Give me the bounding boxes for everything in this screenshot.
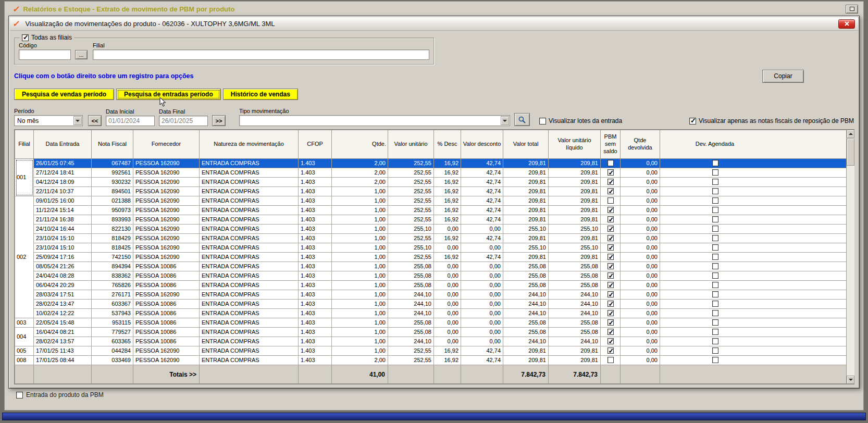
pbm-sem-saldo-checkbox[interactable]: [607, 160, 614, 166]
filial-input[interactable]: [93, 49, 429, 60]
codigo-input[interactable]: [19, 49, 71, 60]
pbm-sem-saldo-checkbox[interactable]: [607, 188, 614, 194]
pbm-sem-saldo-checkbox[interactable]: [607, 310, 614, 316]
dev-agendada-checkbox[interactable]: [712, 254, 718, 260]
col-header-filial[interactable]: Filial: [15, 130, 34, 159]
col-header-data-entrada[interactable]: Data Entrada: [34, 130, 92, 159]
dev-agendada-checkbox[interactable]: [712, 272, 718, 279]
grid-row[interactable]: 23/10/24 15:10818429PESSOA 162090ENTRADA…: [15, 234, 847, 243]
search-button[interactable]: [514, 113, 530, 126]
grid-row[interactable]: 23/10/24 15:10818425PESSOA 162090ENTRADA…: [15, 243, 847, 253]
pbm-sem-saldo-checkbox[interactable]: [607, 226, 614, 232]
dev-agendada-checkbox[interactable]: [712, 310, 718, 316]
dev-agendada-checkbox[interactable]: [712, 244, 718, 251]
dev-agendada-checkbox[interactable]: [712, 338, 718, 344]
dev-agendada-checkbox[interactable]: [712, 291, 718, 297]
grid-row[interactable]: 11/12/24 15:14950973PESSOA 162090ENTRADA…: [15, 206, 847, 215]
dev-agendada-checkbox[interactable]: [712, 188, 718, 194]
grid-row[interactable]: 00817/01/25 08:44033469PESSOA 162090ENTR…: [15, 356, 847, 365]
table-scrollbar[interactable]: [846, 130, 854, 384]
pbm-sem-saldo-checkbox[interactable]: [607, 207, 614, 213]
data-inicial-input[interactable]: [106, 116, 155, 126]
pbm-sem-saldo-checkbox[interactable]: [607, 216, 614, 222]
dev-agendada-checkbox[interactable]: [712, 226, 718, 232]
col-header-perc-desc[interactable]: % Desc: [434, 130, 461, 159]
dev-agendada-checkbox[interactable]: [712, 216, 718, 222]
pbm-sem-saldo-checkbox[interactable]: [607, 338, 614, 344]
grid-row[interactable]: 27/12/24 18:41992561PESSOA 162090ENTRADA…: [15, 168, 847, 178]
tab-historico-vendas[interactable]: Histórico de vendas: [223, 89, 298, 100]
pbm-sem-saldo-checkbox[interactable]: [607, 263, 614, 269]
grid-row[interactable]: 28/03/24 17:51276171PESSOA 162090ENTRADA…: [15, 290, 847, 300]
tab-pesquisa-entradas-periodo[interactable]: Pesquisa de entradas período: [116, 89, 221, 100]
pbm-sem-saldo-checkbox[interactable]: [607, 357, 614, 363]
dev-agendada-checkbox[interactable]: [712, 235, 718, 241]
dev-agendada-checkbox[interactable]: [712, 207, 718, 213]
dev-agendada-checkbox[interactable]: [712, 329, 718, 335]
pbm-sem-saldo-checkbox[interactable]: [607, 244, 614, 251]
grid-row[interactable]: 00517/01/25 11:43044284PESSOA 162090ENTR…: [15, 346, 847, 356]
grid-row[interactable]: 24/10/24 16:44822130PESSOA 162090ENTRADA…: [15, 225, 847, 234]
grid-row[interactable]: 24/04/24 08:28838362PESSOA 10086ENTRADA …: [15, 271, 847, 281]
grid-row[interactable]: 00209/01/25 16:00021388PESSOA 162090ENTR…: [15, 196, 847, 206]
scrollbar-thumb[interactable]: [847, 139, 854, 166]
entrada-produto-pbm-checkbox[interactable]: [16, 392, 23, 399]
col-header-valor-desconto[interactable]: Valor desconto: [461, 130, 503, 159]
col-header-pbm-sem-saldo[interactable]: PBM sem saldo: [601, 130, 621, 159]
col-header-cfop[interactable]: CFOP: [299, 130, 332, 159]
grid-row[interactable]: 00126/01/25 07:45067487PESSOA 162090ENTR…: [15, 159, 847, 168]
periodo-dropdown-button[interactable]: [73, 116, 82, 125]
all-branches-checkbox[interactable]: [22, 34, 29, 41]
next-period-button[interactable]: >>: [212, 115, 226, 126]
grid-row[interactable]: 08/05/24 21:26894394PESSOA 10086ENTRADA …: [15, 262, 847, 271]
grid-row[interactable]: 06/04/24 20:29765826PESSOA 10086ENTRADA …: [15, 281, 847, 290]
pbm-sem-saldo-checkbox[interactable]: [607, 169, 614, 176]
dev-agendada-checkbox[interactable]: [712, 301, 718, 307]
dev-agendada-checkbox[interactable]: [712, 357, 718, 363]
copiar-button[interactable]: Copiar: [762, 70, 804, 83]
dev-agendada-checkbox[interactable]: [712, 347, 718, 354]
scroll-down-button[interactable]: [847, 376, 854, 384]
grid-row[interactable]: 22/11/24 10:37894501PESSOA 162090ENTRADA…: [15, 187, 847, 196]
grid-row[interactable]: 28/02/24 13:57603365PESSOA 10086ENTRADA …: [15, 337, 847, 346]
pbm-sem-saldo-checkbox[interactable]: [607, 301, 614, 307]
pbm-sem-saldo-checkbox[interactable]: [607, 235, 614, 241]
dev-agendada-checkbox[interactable]: [712, 197, 718, 204]
pbm-sem-saldo-checkbox[interactable]: [607, 282, 614, 288]
grid-row[interactable]: 28/02/24 13:47603367PESSOA 10086ENTRADA …: [15, 300, 847, 309]
tipo-movimentacao-select[interactable]: [239, 115, 510, 126]
grid-row[interactable]: 25/09/24 17:16742150PESSOA 162090ENTRADA…: [15, 253, 847, 262]
col-header-nota-fiscal[interactable]: Nota Fiscal: [92, 130, 133, 159]
grid-row[interactable]: 21/11/24 16:38893993PESSOA 162090ENTRADA…: [15, 215, 847, 225]
data-final-input[interactable]: [159, 116, 208, 126]
col-header-qtde-devolvida[interactable]: Qtde devolvida: [621, 130, 660, 159]
tipo-dropdown-button[interactable]: [501, 116, 509, 125]
pbm-sem-saldo-checkbox[interactable]: [607, 329, 614, 335]
pbm-sem-saldo-checkbox[interactable]: [607, 254, 614, 260]
background-window-control-button[interactable]: [846, 5, 858, 14]
visualizar-pbm-checkbox[interactable]: [689, 118, 696, 125]
grid-row[interactable]: 00416/04/24 08:21779527PESSOA 10086ENTRA…: [15, 328, 847, 337]
dev-agendada-checkbox[interactable]: [712, 263, 718, 269]
pbm-sem-saldo-checkbox[interactable]: [607, 319, 614, 326]
pbm-sem-saldo-checkbox[interactable]: [607, 197, 614, 204]
scroll-up-button[interactable]: [847, 130, 854, 138]
dev-agendada-checkbox[interactable]: [712, 160, 718, 166]
pbm-sem-saldo-checkbox[interactable]: [607, 272, 614, 279]
col-header-valor-unitario[interactable]: Valor unitário: [388, 130, 434, 159]
col-header-valor-unitario-liquido[interactable]: Valor unitário líquido: [549, 130, 601, 159]
col-header-qtde[interactable]: Qtde.: [332, 130, 388, 159]
close-button[interactable]: [838, 19, 855, 29]
pbm-sem-saldo-checkbox[interactable]: [607, 291, 614, 297]
visualizar-lotes-checkbox[interactable]: [539, 118, 546, 125]
col-header-valor-total[interactable]: Valor total: [503, 130, 549, 159]
browse-button[interactable]: ...: [75, 50, 88, 59]
col-header-natureza[interactable]: Natureza de movimentação: [200, 130, 299, 159]
pbm-sem-saldo-checkbox[interactable]: [607, 179, 614, 185]
grid-row[interactable]: 00322/05/24 15:48953115PESSOA 10086ENTRA…: [15, 318, 847, 328]
grid-row[interactable]: 04/12/24 18:09930232PESSOA 162090ENTRADA…: [15, 178, 847, 187]
previous-period-button[interactable]: <<: [88, 115, 102, 126]
dev-agendada-checkbox[interactable]: [712, 169, 718, 176]
grid-row[interactable]: 10/02/24 12:22537943PESSOA 10086ENTRADA …: [15, 309, 847, 318]
col-header-dev-agendada[interactable]: Dev. Agendada: [660, 130, 847, 159]
